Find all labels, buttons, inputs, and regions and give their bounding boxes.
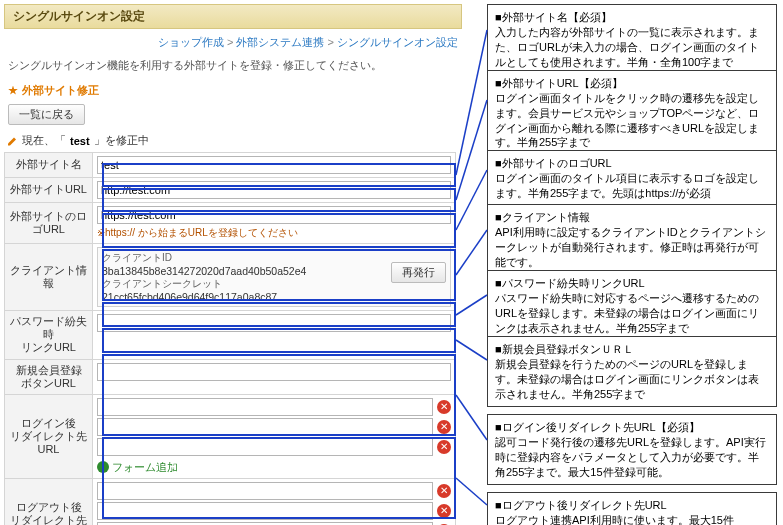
- login-redirect-input[interactable]: [97, 398, 433, 416]
- breadcrumb-current: シングルサインオン設定: [337, 36, 458, 48]
- annotation: ■ログイン後リダイレクト先URL【必須】認可コード発行後の遷移先URLを登録しま…: [487, 414, 777, 485]
- intro-text: シングルサインオン機能を利用する外部サイトを登録・修正してください。: [4, 54, 462, 83]
- remove-icon[interactable]: ✕: [437, 440, 451, 454]
- add-form-button[interactable]: フォーム追加: [97, 460, 451, 475]
- annotation: ■新規会員登録ボタンＵＲＬ新規会員登録を行うためのページのURLを登録します。未…: [487, 336, 777, 407]
- site-url-input[interactable]: [97, 181, 451, 199]
- client-info-box: クライアントID 3ba13845b8e314272020d7aad40b50a…: [97, 247, 451, 307]
- annotation: ■パスワード紛失時リンクURLパスワード紛失時に対応するページへ遷移するためのU…: [487, 270, 777, 341]
- remove-icon[interactable]: ✕: [437, 420, 451, 434]
- section-edit-title: 外部サイト修正: [8, 83, 458, 98]
- breadcrumb: ショップ作成 > 外部システム連携 > シングルサインオン設定: [4, 29, 462, 54]
- label-client-info: クライアント情報: [5, 244, 93, 311]
- logout-redirect-input[interactable]: [97, 482, 433, 500]
- logout-redirect-input[interactable]: [97, 502, 433, 520]
- label-newmember-url: 新規会員登録 ボタンURL: [5, 359, 93, 394]
- remove-icon[interactable]: ✕: [437, 504, 451, 518]
- login-redirect-input[interactable]: [97, 438, 433, 456]
- page-title: シングルサインオン設定: [4, 4, 462, 29]
- login-redirect-input[interactable]: [97, 418, 433, 436]
- label-site-name: 外部サイト名: [5, 153, 93, 178]
- breadcrumb-ext[interactable]: 外部システム連携: [236, 36, 324, 48]
- back-to-list-button[interactable]: 一覧に戻る: [8, 104, 85, 125]
- remove-icon[interactable]: ✕: [437, 400, 451, 414]
- reissue-button[interactable]: 再発行: [391, 262, 446, 283]
- annotation: ■外部サイトのロゴURLログイン画面のタイトル項目に表示するロゴを設定します。半…: [487, 150, 777, 207]
- remove-icon[interactable]: ✕: [437, 484, 451, 498]
- annotation: ■クライアント情報API利用時に設定するクライアントIDとクライアントシークレッ…: [487, 204, 777, 275]
- newmember-url-input[interactable]: [97, 363, 451, 381]
- settings-form: 外部サイト名 外部サイトURL 外部サイトのロゴURL ※https:// から…: [4, 152, 456, 525]
- annotation: ■外部サイトURL【必須】ログイン画面タイトルをクリック時の遷移先を設定します。…: [487, 70, 777, 156]
- client-secret-value: 21cct65fcbd406e9d64f9c117a0a8c87: [102, 291, 446, 303]
- logo-url-input[interactable]: [97, 206, 451, 224]
- label-site-url: 外部サイトURL: [5, 178, 93, 203]
- label-logo-url: 外部サイトのロゴURL: [5, 203, 93, 244]
- label-logout-redirect: ログアウト後 リダイレクト先URL: [5, 478, 93, 525]
- label-login-redirect: ログイン後 リダイレクト先URL: [5, 394, 93, 478]
- pwlost-url-input[interactable]: [97, 314, 451, 332]
- label-pwlost-url: パスワード紛失時 リンクURL: [5, 311, 93, 360]
- logo-url-hint: ※https:// から始まるURLを登録してください: [97, 226, 451, 240]
- site-name-input[interactable]: [97, 156, 451, 174]
- annotation: ■ログアウト後リダイレクト先URLログアウト連携API利用時に使います。最大15…: [487, 492, 777, 525]
- annotation: ■外部サイト名【必須】入力した内容が外部サイトの一覧に表示されます。また、ロゴU…: [487, 4, 777, 75]
- editing-indicator: 現在、「test」を修正中: [8, 133, 458, 148]
- editing-target: test: [70, 135, 90, 147]
- breadcrumb-shop[interactable]: ショップ作成: [158, 36, 224, 48]
